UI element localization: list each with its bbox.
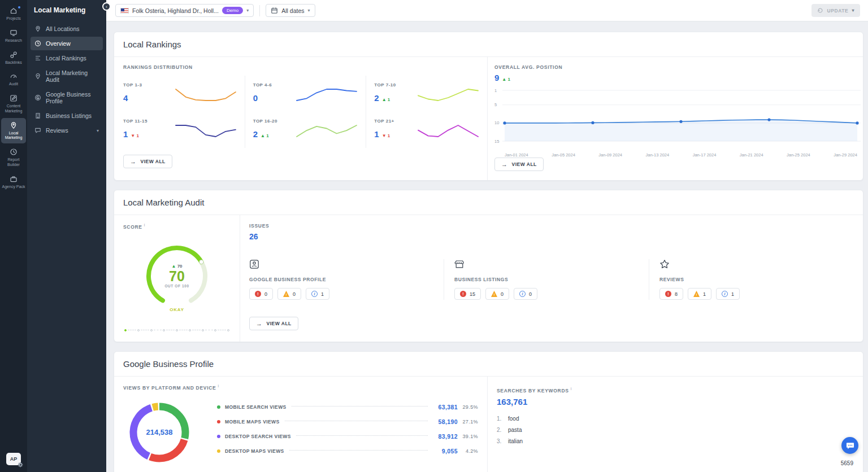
svg-text:1: 1	[494, 88, 497, 93]
bucket-label: TOP 4-6	[253, 82, 272, 88]
topbar: Folk Osteria, Highland Dr., Holl... Demo…	[106, 0, 868, 21]
chat-widget-button[interactable]	[841, 437, 858, 454]
errors-chip[interactable]: !0	[249, 288, 273, 300]
sidebar-item-local-marketing-audit[interactable]: Local Marketing Audit	[31, 66, 103, 86]
issue-group-label: REVIEWS	[659, 277, 845, 282]
notices-chip[interactable]: i1	[306, 288, 329, 300]
bucket-top-16-20: TOP 16-20 2▲ 1	[245, 112, 366, 148]
update-label: UPDATE	[827, 8, 848, 14]
local-rankings-card: Local Rankings RANKINGS DISTRIBUTION TOP…	[114, 32, 863, 181]
section-heading: RANKINGS DISTRIBUTION	[123, 64, 487, 70]
rail-item-projects[interactable]: Projects	[1, 3, 26, 24]
errors-count: 15	[470, 291, 475, 297]
location-selector[interactable]: Folk Osteria, Highland Dr., Holl... Demo…	[115, 4, 254, 17]
warning-icon: !	[693, 291, 700, 297]
sidebar: ‹ Local Marketing All Locations Overview…	[27, 0, 106, 472]
main-area: Folk Osteria, Highland Dr., Holl... Demo…	[106, 0, 868, 472]
view-all-label: VIEW ALL	[141, 159, 166, 164]
chart-x-axis: Jan-01 2024 Jan-05 2024 Jan-09 2024 Jan-…	[494, 151, 861, 158]
card-title: Local Marketing Audit	[114, 190, 863, 215]
bucket-value: 2	[253, 129, 258, 139]
errors-chip[interactable]: !15	[454, 288, 481, 300]
sidebar-item-all-locations[interactable]: All Locations	[31, 22, 103, 36]
notices-chip[interactable]: i0	[514, 288, 537, 300]
score-scale	[123, 329, 231, 331]
view-all-rankings-button[interactable]: → VIEW ALL	[123, 155, 172, 168]
view-all-audit-button[interactable]: → VIEW ALL	[249, 317, 298, 330]
sidebar-collapse-button[interactable]: ‹	[102, 2, 111, 11]
bucket-value: 0	[253, 93, 258, 103]
legend-dot	[217, 405, 220, 409]
warnings-chip[interactable]: !0	[277, 288, 301, 300]
error-icon: !	[665, 291, 671, 297]
notices-chip[interactable]: i1	[716, 288, 740, 300]
rail-item-local-marketing[interactable]: Local Marketing	[1, 118, 26, 144]
donut-total: 214,538	[125, 399, 193, 466]
sidebar-item-business-listings[interactable]: Business Listings	[31, 109, 103, 123]
gear-icon[interactable]	[18, 462, 23, 467]
bucket-label: TOP 7-10	[374, 82, 396, 88]
keyword-row: 3.italian	[497, 436, 854, 447]
sidebar-item-google-business-profile[interactable]: Google Business Profile	[31, 88, 103, 108]
local-marketing-audit-card: Local Marketing Audit SCORE i ▲ 70 70 OU…	[114, 190, 863, 342]
audit-pin-icon	[34, 73, 41, 80]
card-title: Google Business Profile	[114, 352, 863, 377]
sparkline-chart	[296, 121, 358, 140]
score-gauge: ▲ 70 70 OUT OF 100 OKAY	[143, 242, 211, 310]
rail-item-audit[interactable]: Audit	[1, 69, 26, 90]
rail-item-content-marketing[interactable]: Content Marketing	[1, 91, 26, 117]
location-pin-icon	[34, 25, 41, 32]
bucket-label: TOP 11-15	[123, 119, 147, 124]
rail-item-report-builder[interactable]: Report Builder	[1, 145, 26, 171]
issue-group-google-business-profile: GOOGLE BUSINESS PROFILE !0 !0 i1	[249, 259, 444, 300]
info-icon[interactable]: i	[144, 223, 145, 227]
bucket-top-11-15: TOP 11-15 1▼ 1	[123, 112, 245, 148]
legend-dot	[217, 449, 220, 453]
report-builder-icon	[10, 148, 18, 156]
sidebar-item-overview[interactable]: Overview	[31, 37, 103, 50]
icon-rail: Projects Research Backlinks Audit Conten…	[0, 0, 27, 472]
update-button[interactable]: UPDATE ▾	[811, 4, 860, 17]
date-range-selector[interactable]: All dates ▾	[266, 4, 315, 17]
warnings-chip[interactable]: !1	[688, 288, 711, 300]
rail-item-label: Local Marketing	[2, 131, 25, 141]
info-icon: i	[311, 291, 318, 297]
view-all-avg-position-button[interactable]: → VIEW ALL	[494, 158, 544, 171]
warnings-count: 1	[703, 291, 706, 297]
sparkline-chart	[417, 85, 479, 104]
bucket-delta: ▼ 1	[131, 133, 139, 138]
rail-item-backlinks[interactable]: Backlinks	[1, 47, 26, 68]
rail-item-agency-pack[interactable]: Agency Pack	[1, 172, 26, 193]
x-tick-label: Jan-09 2024	[598, 152, 622, 158]
legend-pct: 4.2%	[458, 448, 478, 454]
overview-icon	[34, 40, 41, 47]
issue-groups: GOOGLE BUSINESS PROFILE !0 !0 i1 BUSINES…	[249, 259, 854, 300]
leader-line	[296, 435, 428, 436]
topbar-divider	[259, 5, 260, 16]
google-business-profile-card: Google Business Profile VIEWS BY PLATFOR…	[114, 351, 863, 472]
bucket-value: 1	[374, 129, 379, 139]
sidebar-item-local-rankings[interactable]: Local Rankings	[31, 51, 103, 65]
notices-count: 0	[529, 291, 532, 297]
warnings-chip[interactable]: !0	[485, 288, 509, 300]
section-heading: VIEWS BY PLATFORM AND DEVICE i	[123, 384, 478, 391]
sidebar-item-reviews[interactable]: Reviews ▾	[31, 124, 103, 137]
legend-label: MOBILE MAPS VIEWS	[225, 419, 280, 425]
issue-group-reviews: REVIEWS !8 !1 i1	[649, 259, 854, 300]
bucket-label: TOP 16-20	[253, 119, 277, 124]
score-value: 70	[169, 269, 185, 283]
warning-icon: !	[491, 291, 497, 297]
x-tick-label: Jan-01 2024	[505, 152, 528, 158]
info-icon[interactable]: i	[571, 387, 572, 391]
rail-item-research[interactable]: Research	[1, 25, 26, 46]
errors-chip[interactable]: !8	[659, 288, 683, 300]
audit-gauge-icon	[10, 72, 18, 80]
legend-dot	[217, 435, 220, 438]
keywords-total: 163,761	[497, 397, 854, 407]
chat-icon	[846, 442, 854, 450]
rail-item-label: Report Builder	[2, 158, 25, 168]
sparkline-chart	[175, 121, 237, 140]
info-icon[interactable]: i	[218, 384, 219, 388]
avg-position-delta: ▲ 1	[502, 77, 510, 82]
avg-position-panel: OVERALL AVG. POSITION 9 ▲ 1 151015 Jan-0…	[487, 57, 867, 180]
